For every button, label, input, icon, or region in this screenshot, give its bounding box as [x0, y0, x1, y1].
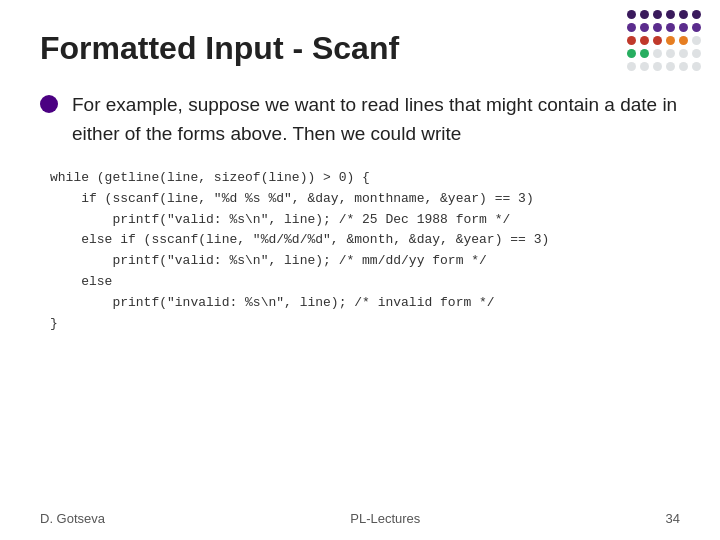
footer-center: PL-Lectures: [350, 511, 420, 526]
footer-page-number: 34: [666, 511, 680, 526]
slide: Formatted Input - Scanf For example, sup…: [0, 0, 720, 540]
footer-author: D. Gotseva: [40, 511, 105, 526]
bullet-section: For example, suppose we want to read lin…: [40, 91, 680, 148]
code-block: while (getline(line, sizeof(line)) > 0) …: [50, 168, 680, 334]
slide-title: Formatted Input - Scanf: [40, 30, 680, 67]
bullet-text: For example, suppose we want to read lin…: [72, 91, 680, 148]
slide-footer: D. Gotseva PL-Lectures 34: [0, 511, 720, 526]
decorative-dots: [627, 10, 702, 72]
bullet-icon: [40, 95, 58, 113]
